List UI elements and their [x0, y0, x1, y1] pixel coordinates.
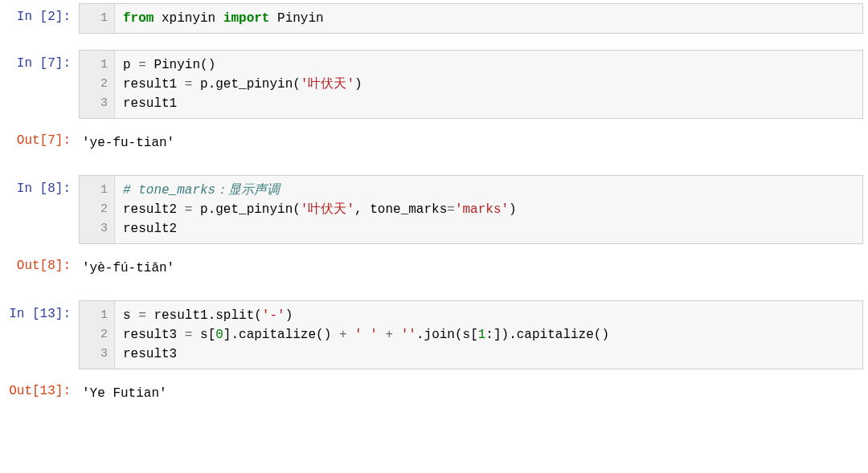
output-prompt: Out[13]:	[0, 377, 79, 398]
code-content[interactable]: s = result1.split('-')result3 = s[0].cap…	[115, 301, 862, 369]
input-prompt: In [2]:	[0, 3, 79, 24]
output-cell: Out[7]:'ye-fu-tian'	[0, 127, 868, 159]
output-text: 'Ye Futian'	[79, 377, 868, 410]
output-prompt: Out[7]:	[0, 127, 79, 148]
code-content[interactable]: # tone_marks：显示声调result2 = p.get_pinyin(…	[115, 176, 862, 243]
output-cell: Out[13]:'Ye Futian'	[0, 377, 868, 410]
input-prompt: In [7]:	[0, 50, 79, 71]
line-number-gutter: 123	[80, 176, 115, 243]
output-prompt: Out[8]:	[0, 252, 79, 273]
code-content[interactable]: from xpinyin import Pinyin	[115, 4, 862, 33]
output-cell: Out[8]:'yè-fú-tiān'	[0, 252, 868, 284]
code-editor[interactable]: 123s = result1.split('-')result3 = s[0].…	[79, 300, 863, 369]
code-editor[interactable]: 123# tone_marks：显示声调result2 = p.get_piny…	[79, 175, 863, 244]
jupyter-notebook: In [2]:1from xpinyin import PinyinIn [7]…	[0, 3, 868, 410]
input-cell: In [7]:123p = Pinyin()result1 = p.get_pi…	[0, 50, 868, 119]
input-cell: In [2]:1from xpinyin import Pinyin	[0, 3, 868, 34]
line-number-gutter: 123	[80, 301, 115, 369]
code-editor[interactable]: 123p = Pinyin()result1 = p.get_pinyin('叶…	[79, 50, 863, 119]
input-cell: In [13]:123s = result1.split('-')result3…	[0, 300, 868, 369]
code-editor[interactable]: 1from xpinyin import Pinyin	[79, 3, 863, 34]
output-text: 'ye-fu-tian'	[79, 127, 868, 159]
output-text: 'yè-fú-tiān'	[79, 252, 868, 284]
input-prompt: In [8]:	[0, 175, 79, 196]
line-number-gutter: 1	[80, 4, 115, 33]
code-content[interactable]: p = Pinyin()result1 = p.get_pinyin('叶伏天'…	[115, 51, 862, 118]
input-prompt: In [13]:	[0, 300, 79, 321]
line-number-gutter: 123	[80, 51, 115, 118]
input-cell: In [8]:123# tone_marks：显示声调result2 = p.g…	[0, 175, 868, 244]
